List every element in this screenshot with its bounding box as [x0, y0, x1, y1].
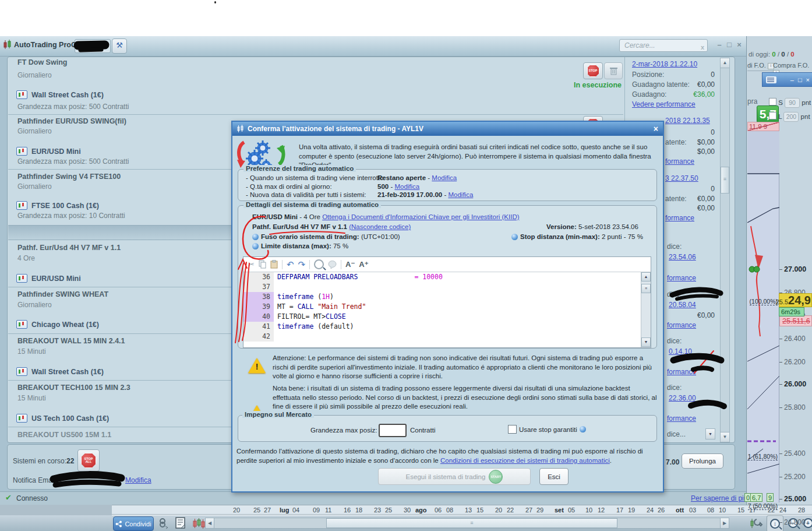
undo-icon[interactable]: ↶: [287, 259, 294, 270]
email-modify-link[interactable]: Modifica: [125, 476, 151, 484]
help-balloon-icon[interactable]: [580, 426, 586, 432]
run-system-button[interactable]: Esegui il sistema di tradingSTART: [378, 468, 531, 485]
code-scroll-up[interactable]: ▲: [641, 272, 651, 282]
market-row[interactable]: Wall Street Cash (1€): [16, 90, 104, 99]
run-date-link[interactable]: 20.58.04: [669, 301, 696, 309]
maximize-button[interactable]: □: [725, 41, 733, 49]
gain-label: Guadagno:: [632, 90, 666, 99]
stop-system-button[interactable]: STOP: [583, 62, 603, 79]
code-scrollbar[interactable]: ▲ ≡ ▼: [641, 272, 651, 347]
stop-points-field[interactable]: 90: [785, 98, 800, 108]
settings-wrench-button[interactable]: ⚒: [112, 38, 127, 54]
share-button[interactable]: Condividi: [113, 516, 154, 531]
exit-button[interactable]: Esci: [539, 468, 569, 485]
chart-settings-icon[interactable]: [749, 516, 763, 530]
market-name: US Tech 100 Cash (1€): [31, 414, 109, 423]
learn-more-link[interactable]: Per saperne di più: [691, 494, 747, 502]
market-row[interactable]: US Tech 100 Cash (1€): [16, 414, 109, 423]
run-date-link[interactable]: 3 22.37.50: [665, 174, 698, 182]
search-code-icon[interactable]: [314, 259, 324, 269]
zoom-select-button[interactable]: ↕: [767, 515, 783, 531]
run-date-link[interactable]: 2-mar-2018 21.22.10: [632, 60, 697, 68]
today-count-green: 0: [772, 51, 775, 58]
run-date-link[interactable]: 23.54.06: [669, 253, 696, 261]
modify-link[interactable]: Modifica: [432, 174, 457, 181]
scrollbar-thumb[interactable]: ≡: [721, 167, 729, 194]
stop-checkbox[interactable]: [769, 98, 776, 106]
system-name[interactable]: FT Dow Swing: [17, 58, 67, 66]
delete-system-button[interactable]: [604, 62, 623, 79]
market-row[interactable]: Wall Street Cash (1€): [16, 367, 104, 376]
system-name[interactable]: BREAKOUT WALL 15 MIN 2.4.1: [17, 337, 125, 345]
code-editor[interactable]: ✂ ↶ ↷ A⁻ A⁺ 36DEFPARAM PRELOADBARS = 100…: [243, 256, 651, 348]
stop-all-button[interactable]: STOP ALL: [77, 449, 100, 472]
system-name[interactable]: Pathfinder SWING WHEAT: [17, 290, 108, 298]
modify-link[interactable]: Modifica: [448, 191, 473, 198]
chart-icon: [16, 414, 27, 423]
search-input[interactable]: Cercare... x: [619, 39, 708, 52]
cut-icon[interactable]: ✂: [248, 260, 255, 269]
max-position-input[interactable]: [379, 424, 407, 437]
scroll-up-button[interactable]: ▲: [720, 58, 730, 68]
modify-link[interactable]: Modifica: [394, 183, 419, 190]
code-scroll-down[interactable]: ▼: [641, 337, 651, 347]
performance-link[interactable]: formance: [667, 414, 696, 423]
code-lines[interactable]: 36DEFPARAM PRELOADBARS = 100003738timefr…: [243, 272, 641, 347]
code-scroll-grip[interactable]: ≡: [641, 284, 651, 293]
paste-icon[interactable]: [270, 260, 278, 269]
market-row[interactable]: EUR/USD Mini: [16, 274, 81, 283]
performance-link[interactable]: formance: [665, 214, 694, 222]
kiid-link[interactable]: Ottenga i Documenti d'Informazioni Chiav…: [322, 213, 519, 220]
help-balloon-icon[interactable]: [252, 243, 259, 249]
prolunga-button[interactable]: Prolunga: [682, 453, 723, 469]
run-date-link[interactable]: 22.36.00: [669, 394, 696, 402]
mini-minimize-button[interactable]: –: [790, 76, 794, 83]
performance-link[interactable]: formance: [665, 157, 694, 166]
hide-code-link[interactable]: (Nascondere codice): [349, 223, 411, 230]
guaranteed-stop-checkbox[interactable]: [508, 425, 517, 434]
conditions-link[interactable]: Condizioni di esecuzione dei sistemi di …: [440, 457, 610, 464]
system-name[interactable]: Pathfinder Swing V4 FTSE100: [17, 173, 121, 181]
mini-maximize-button[interactable]: □: [798, 76, 802, 83]
dialog-close-icon[interactable]: ×: [654, 124, 658, 133]
search-clear-icon[interactable]: x: [701, 41, 704, 53]
scroll-down-button[interactable]: ▼: [720, 432, 730, 442]
market-row[interactable]: EUR/USD Mini: [16, 147, 81, 156]
link-tool-icon[interactable]: [158, 518, 170, 529]
hscroll-left-button[interactable]: ◀: [205, 518, 214, 529]
minimize-button[interactable]: –: [715, 41, 723, 49]
performance-link[interactable]: formance: [667, 321, 696, 329]
market-row[interactable]: Chicago Wheat (1€): [16, 320, 99, 329]
performance-link[interactable]: Vedere performance: [632, 100, 696, 108]
account-name-field[interactable]: [75, 39, 111, 53]
status-scroll-down-button[interactable]: ▼: [705, 428, 715, 439]
system-name[interactable]: Pathfinder EUR/USD SWING(fil): [17, 117, 126, 125]
list-scrollbar-track[interactable]: [720, 58, 730, 442]
help-balloon-icon[interactable]: [511, 234, 518, 240]
system-name[interactable]: BREAKOUT TECH100 15 MIN 2.3: [17, 384, 130, 392]
performance-link[interactable]: formance: [667, 274, 696, 282]
system-name[interactable]: Pathf. Eur/Usd 4H V7 MF v 1.1: [17, 244, 121, 252]
stop-all-icon: STOP ALL: [81, 453, 96, 468]
dialog-titlebar[interactable]: Conferma l'attivazione del sistema di tr…: [232, 122, 663, 136]
system-name[interactable]: BREAKOUT US500 15M 1.1: [17, 431, 111, 439]
close-button[interactable]: ×: [735, 41, 743, 49]
copy-icon[interactable]: [259, 260, 266, 269]
limit-points-field[interactable]: 200: [783, 112, 799, 122]
keyboard-icon[interactable]: [766, 76, 776, 83]
notes-tool-icon[interactable]: [175, 517, 186, 529]
hscrollbar-thumb[interactable]: ≡: [326, 518, 617, 528]
help-balloon-icon[interactable]: [252, 234, 259, 240]
font-smaller-icon[interactable]: A⁻: [345, 260, 355, 269]
market-row[interactable]: FTSE 100 Cash (1€): [16, 201, 99, 210]
candles-tool-icon[interactable]: [192, 518, 205, 529]
run-date-link[interactable]: 2018 22.13.35: [665, 117, 710, 125]
font-larger-icon[interactable]: A⁺: [359, 260, 368, 269]
hscroll-right-button[interactable]: ▶: [720, 518, 729, 529]
redo-icon[interactable]: ↷: [298, 259, 305, 270]
comment-icon[interactable]: [328, 261, 337, 269]
mini-close-button[interactable]: ×: [806, 76, 810, 83]
performance-link[interactable]: formance: [667, 368, 696, 376]
limit-checkbox[interactable]: [769, 112, 776, 119]
run-date-link[interactable]: 0.14.10: [669, 347, 692, 356]
